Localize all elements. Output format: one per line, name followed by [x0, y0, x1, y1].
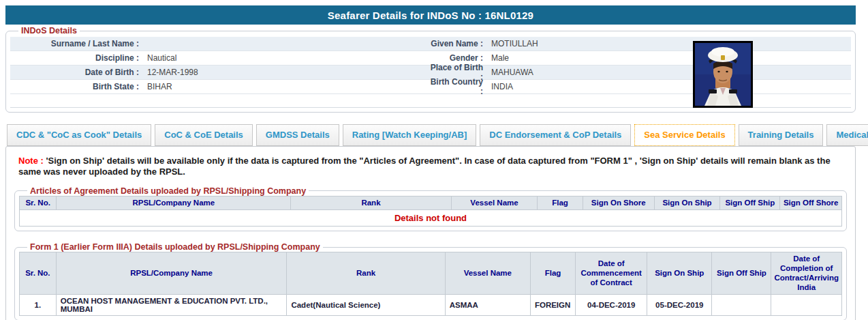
form1-cell-sign-on-ship: 05-DEC-2019 — [647, 295, 712, 316]
tab-sea-service[interactable]: Sea Service Details — [634, 124, 734, 146]
birth-state-value: BIHAR — [143, 82, 426, 91]
tab-gmdss[interactable]: GMDSS Details — [256, 124, 339, 146]
tab-dc-endorsement-cop[interactable]: DC Endorsement & CoP Details — [480, 124, 631, 146]
gender-value: Male — [487, 53, 851, 63]
form1-col-company: RPSL/Company Name — [56, 252, 287, 295]
aoa-col-sign-on-ship: Sign On Ship — [654, 196, 720, 210]
page-title-bar: Seafarer Details for INDoS No : 16NL0129 — [5, 5, 856, 25]
tab-coc-coe[interactable]: CoC & CoE Details — [155, 124, 253, 146]
form1-cell-rank: Cadet(Nautical Science) — [287, 295, 445, 316]
form1-col-sign-off-ship: Sign Off Ship — [712, 252, 771, 295]
form1-data-row: 1. OCEAN HOST MANAGEMENT & EDUCATION PVT… — [20, 295, 842, 316]
form1-cell-vessel: ASMAA — [445, 295, 530, 316]
form1-section: Form 1 (Earlier Form IIIA) Details uploa… — [14, 242, 847, 320]
gender-label: Gender : — [426, 53, 487, 63]
details-tab-bar: CDC & "CoC as Cook" Details CoC & CoE De… — [7, 124, 856, 146]
discipline-label: Discipline : — [10, 53, 143, 63]
note-text: 'Sign on Ship' details will be available… — [18, 156, 831, 177]
form1-cell-date-completion — [771, 295, 842, 316]
form1-cell-date-commencement: 04-DEC-2019 — [576, 295, 647, 316]
dob-value: 12-MAR-1998 — [143, 68, 426, 77]
seafarer-photo-image — [695, 43, 751, 106]
birth-country-label: Birth Country : — [426, 77, 487, 96]
aoa-col-sr-no: Sr. No. — [20, 196, 57, 210]
form1-col-vessel: Vessel Name — [445, 252, 530, 295]
form1-cell-sr-no: 1. — [20, 295, 57, 316]
aoa-col-company: RPSL/Company Name — [57, 196, 291, 210]
dob-label: Date of Birth : — [10, 68, 143, 77]
aoa-col-sign-off-ship: Sign Off Ship — [720, 196, 780, 210]
form1-header-row: Sr. No. RPSL/Company Name Rank Vessel Na… — [20, 252, 842, 295]
given-name-label: Given Name : — [426, 39, 487, 48]
aoa-header-row: Sr. No. RPSL/Company Name Rank Vessel Na… — [20, 196, 842, 210]
indos-details-legend: INDoS Details — [18, 26, 80, 35]
birth-state-label: Birth State : — [10, 82, 143, 91]
aoa-empty-row: Details not found — [20, 210, 842, 227]
form1-cell-company: OCEAN HOST MANAGEMENT & EDUCATION PVT. L… — [56, 295, 287, 316]
sea-service-panel: Note : 'Sign on Ship' details will be av… — [5, 146, 856, 320]
form1-col-date-commencement: Date of Commencement of Contract — [576, 252, 647, 295]
aoa-col-sign-off-shore: Sign Off Shore — [780, 196, 842, 210]
aoa-col-sign-on-shore: Sign On Shore — [583, 196, 654, 210]
surname-label: Surname / Last Name : — [10, 39, 143, 48]
form1-legend: Form 1 (Earlier Form IIIA) Details uploa… — [27, 242, 323, 252]
form1-col-sign-on-ship: Sign On Ship — [647, 252, 712, 295]
tab-cdc-coc-as-cook[interactable]: CDC & "CoC as Cook" Details — [7, 124, 151, 146]
page-title: Seafarer Details for INDoS No : 16NL0129 — [328, 10, 533, 21]
form1-col-rank: Rank — [287, 252, 445, 295]
tab-rating-watch-keeping[interactable]: Rating [Watch Keeping/AB] — [343, 124, 477, 146]
form1-table: Sr. No. RPSL/Company Name Rank Vessel Na… — [19, 252, 842, 316]
aoa-col-rank: Rank — [291, 196, 451, 210]
aoa-col-flag: Flag — [538, 196, 583, 210]
aoa-col-vessel: Vessel Name — [451, 196, 538, 210]
tab-medical-fitness[interactable]: Medical Fitness Certificate — [826, 124, 868, 146]
articles-of-agreement-table: Sr. No. RPSL/Company Name Rank Vessel Na… — [19, 196, 842, 227]
given-name-value: MOTIULLAH — [487, 39, 851, 48]
birth-country-value: INDIA — [487, 82, 851, 91]
sign-on-ship-note: Note : 'Sign on Ship' details will be av… — [18, 156, 843, 178]
place-of-birth-value: MAHUAWA — [487, 68, 851, 77]
discipline-value: Nautical — [143, 53, 426, 63]
seafarer-photo — [693, 41, 753, 108]
tab-training[interactable]: Training Details — [739, 124, 824, 146]
note-label: Note : — [18, 156, 44, 166]
form1-cell-flag: FOREIGN — [530, 295, 575, 316]
form1-col-date-completion: Date of Completion of Contract/Arriving … — [771, 252, 842, 295]
articles-of-agreement-legend: Articles of Agreement Details uploaded b… — [27, 186, 309, 196]
articles-of-agreement-section: Articles of Agreement Details uploaded b… — [14, 186, 847, 232]
form1-col-flag: Flag — [530, 252, 575, 295]
form1-col-sr-no: Sr. No. — [20, 252, 57, 295]
aoa-empty-message: Details not found — [20, 210, 842, 227]
page-container: Seafarer Details for INDoS No : 16NL0129… — [5, 5, 856, 320]
form1-cell-sign-off-ship — [712, 295, 771, 316]
indos-details-section: INDoS Details Surname / Last Name : Give… — [5, 26, 856, 113]
